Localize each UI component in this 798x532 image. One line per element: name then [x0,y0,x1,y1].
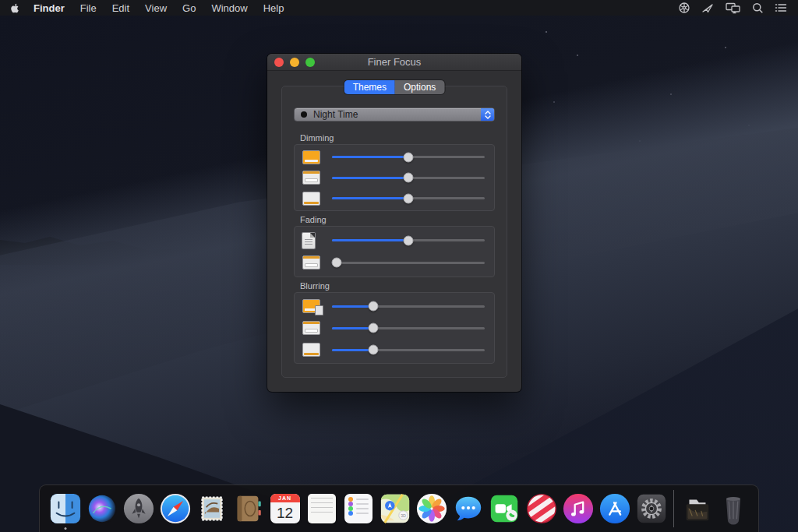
spotlight-search-icon[interactable] [752,2,764,14]
slider-row [295,318,494,338]
dock-safari-icon[interactable] [157,487,193,530]
dock-contacts-icon[interactable] [230,487,267,530]
blurring-slider-desktop[interactable] [332,344,485,355]
dock-facetime-icon[interactable] [486,487,523,530]
desktop: Finder File Edit View Go Window Help [0,0,798,532]
fading-slider-document[interactable] [332,235,485,246]
theme-select[interactable]: Night Time [294,107,495,122]
dimming-slider-inactive[interactable] [332,172,485,183]
slider-thumb[interactable] [404,235,414,245]
inactive-window-icon [302,255,320,270]
slider-row [295,231,494,251]
minimize-button[interactable] [290,58,299,67]
zoom-button[interactable] [305,58,315,67]
document-icon [302,233,315,248]
menu-item-edit[interactable]: Edit [112,2,129,14]
slider-row [295,296,494,316]
slider-row [295,167,494,188]
slider-thumb[interactable] [368,345,378,355]
tab-options[interactable]: Options [395,80,444,94]
slider-row [295,188,494,209]
blurring-group [294,292,495,364]
dock: JAN 12 3D [39,484,759,532]
calendar-day-label: 12 [270,502,300,523]
menu-bar: Finder File Edit View Go Window Help [0,0,798,16]
finder-running-indicator [64,527,66,530]
dock-photos-icon[interactable] [413,487,450,530]
slider-thumb[interactable] [368,301,378,312]
rocket-icon[interactable] [701,2,715,14]
dimming-slider-desktop[interactable] [332,193,485,204]
popup-stepper-icon [481,108,494,121]
dock-system-preferences-icon[interactable] [633,487,669,530]
dock-messages-icon[interactable] [450,487,486,530]
section-label-dimming: Dimming [300,133,334,143]
fading-slider-window[interactable] [332,257,485,268]
menu-item-window[interactable]: Window [211,2,247,14]
slider-row [295,340,494,360]
dock-news-icon[interactable] [523,487,560,530]
calendar-month-label: JAN [270,494,300,502]
menu-item-go[interactable]: Go [182,2,196,14]
displays-icon[interactable] [726,2,741,14]
dock-launchpad-icon[interactable] [120,487,157,530]
slider-thumb[interactable] [404,193,414,203]
dock-downloads-stack-icon[interactable] [678,487,715,530]
apple-menu-icon[interactable] [9,2,21,14]
slider-thumb[interactable] [404,173,414,183]
close-button[interactable] [274,58,284,67]
svg-text:3D: 3D [401,513,406,518]
dimming-slider-active[interactable] [332,152,485,163]
dock-finder-icon[interactable] [47,487,83,530]
menu-app-name[interactable]: Finder [34,2,65,14]
slider-thumb[interactable] [331,258,341,268]
finer-focus-window: Finer Focus Themes Options Night Time Di… [267,54,521,392]
desktop-window-icon [302,192,320,206]
dock-maps-icon[interactable]: 3D [376,487,413,530]
section-label-fading: Fading [300,215,327,224]
theme-select-value: Night Time [313,109,358,120]
slider-row [295,147,494,167]
desktop-window-icon [302,343,320,357]
dock-siri-icon[interactable] [83,487,120,530]
wheel-icon[interactable] [678,2,690,14]
inactive-window-icon [302,171,320,185]
dock-notes-icon[interactable] [303,487,340,530]
tab-themes[interactable]: Themes [344,80,395,94]
dock-itunes-icon[interactable] [560,487,596,530]
dock-calendar-icon[interactable]: JAN 12 [267,487,303,530]
dock-divider [673,490,674,527]
tab-bar: Themes Options [344,80,445,94]
notification-center-icon[interactable] [775,2,787,13]
section-label-blurring: Blurring [300,281,330,291]
dock-reminders-icon[interactable] [340,487,376,530]
menu-item-file[interactable]: File [80,2,97,14]
blurring-slider-inactive[interactable] [332,322,485,333]
slider-row [295,252,494,273]
black-circle-icon [301,111,307,118]
active-window-icon [302,150,320,164]
dock-app-store-icon[interactable] [596,487,633,530]
menu-item-help[interactable]: Help [263,2,284,14]
slider-thumb[interactable] [404,152,414,162]
dimming-group [294,144,495,211]
inactive-window-icon [302,321,320,335]
dock-mail-icon[interactable] [193,487,230,530]
slider-thumb[interactable] [368,323,378,333]
dock-trash-icon[interactable] [715,487,751,530]
fading-group [294,226,495,277]
window-document-icon [302,299,320,313]
blurring-slider-windoc[interactable] [332,301,485,312]
title-bar[interactable]: Finer Focus [267,54,521,71]
menu-item-view[interactable]: View [145,2,167,14]
